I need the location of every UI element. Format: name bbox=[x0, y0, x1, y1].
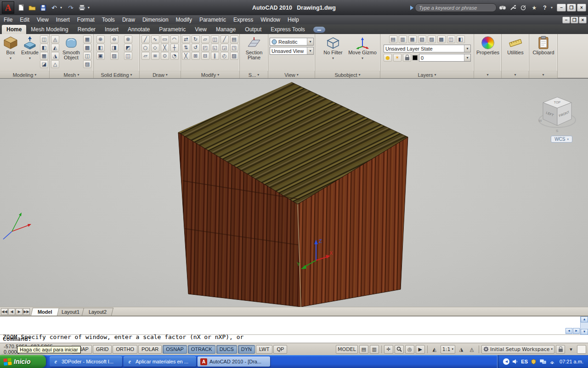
layer-tool-icon[interactable]: ◧ bbox=[457, 35, 465, 43]
task-autocad[interactable]: A AutoCAD 2010 - [Dra... bbox=[198, 356, 270, 367]
visual-style-dropdown[interactable]: Realistic bbox=[270, 38, 314, 46]
draw-tool-icon[interactable]: ▭ bbox=[161, 35, 169, 43]
command-history[interactable]: ZOOM Specify corner of window, enter a s… bbox=[0, 316, 588, 335]
undo-dropdown-arrow[interactable]: ▾ bbox=[60, 6, 65, 10]
mesh-tool-icon[interactable]: ◫ bbox=[83, 52, 91, 60]
modify-tool-icon[interactable]: ↻ bbox=[192, 35, 200, 43]
mesh-panel-footer[interactable]: Mesh bbox=[50, 71, 93, 78]
modify-tool-icon[interactable]: ▤ bbox=[230, 35, 238, 43]
solid-editing-panel-footer[interactable]: Solid Editing bbox=[94, 71, 139, 78]
layer-state-dropdown[interactable]: Unsaved Layer State bbox=[384, 45, 471, 52]
draw-tool-icon[interactable]: ○ bbox=[141, 44, 150, 52]
layer-tool-icon[interactable]: ▥ bbox=[399, 35, 407, 43]
layer-tool-icon[interactable]: ▩ bbox=[437, 35, 446, 43]
menu-item[interactable]: Dimension bbox=[139, 17, 172, 23]
ribbon-tab-home[interactable]: Home bbox=[2, 25, 26, 34]
help-dropdown-arrow[interactable]: ▾ bbox=[551, 6, 553, 10]
draw-tool-icon[interactable]: ∿ bbox=[151, 35, 159, 43]
communication-center-button[interactable] bbox=[519, 3, 528, 12]
command-scrollbar[interactable]: ▲ ▼ bbox=[580, 316, 588, 335]
autocad-menu-browser-button[interactable]: A bbox=[2, 1, 14, 14]
solid-editing-tool-icon[interactable]: ⊖ bbox=[110, 35, 119, 43]
keyword-search-input[interactable] bbox=[415, 3, 497, 12]
minimize-button[interactable]: – bbox=[557, 4, 566, 12]
layer-color-swatch[interactable] bbox=[413, 55, 418, 60]
layer-tool-icon[interactable]: ▨ bbox=[428, 35, 436, 43]
subobject-filter-button[interactable]: No Filter bbox=[319, 35, 347, 61]
modify-tool-icon[interactable]: ◰ bbox=[201, 44, 209, 52]
layer-lock-icon[interactable] bbox=[403, 54, 411, 62]
draw-tool-icon[interactable]: ⊙ bbox=[161, 52, 169, 60]
draw-tool-icon[interactable]: ┼ bbox=[170, 44, 179, 52]
pan-icon[interactable]: ✛ bbox=[384, 345, 393, 354]
task-3dpoder[interactable]: e 3DPoder - Microsoft I... bbox=[50, 356, 122, 367]
search-binoculars-button[interactable] bbox=[498, 3, 507, 12]
subobject-panel-footer[interactable]: Subobject bbox=[315, 71, 380, 78]
doc-restore-button[interactable]: ❒ bbox=[571, 17, 578, 23]
task-aplicar-materiales[interactable]: e Aplicar materiales en ... bbox=[124, 356, 196, 367]
menu-item[interactable]: Format bbox=[74, 17, 98, 23]
network-icon[interactable] bbox=[539, 358, 546, 365]
modify-tool-icon[interactable]: ↺ bbox=[192, 44, 200, 52]
ribbon-tab-annotate[interactable]: Annotate bbox=[123, 25, 154, 34]
search-go-icon[interactable] bbox=[410, 6, 413, 10]
mesh-tool-icon[interactable]: ◭ bbox=[51, 44, 59, 52]
status-menu-chevron-icon[interactable]: ▾ bbox=[566, 345, 576, 354]
menu-item[interactable]: View bbox=[33, 17, 52, 23]
mesh-tool-icon[interactable]: ▩ bbox=[83, 44, 91, 52]
prev-tab-button[interactable]: ◀ bbox=[8, 308, 15, 315]
plot-button[interactable] bbox=[77, 3, 87, 13]
properties-panel-footer[interactable] bbox=[474, 71, 501, 78]
wireless-signal-icon[interactable] bbox=[548, 358, 555, 365]
modeling-tool-icon[interactable]: ◧ bbox=[40, 44, 48, 52]
move-gizmo-button[interactable]: Move Gizmo bbox=[348, 35, 377, 61]
workspace-switching-button[interactable]: Initial Setup Workspace bbox=[481, 345, 554, 354]
showmotion-icon[interactable]: ▶ bbox=[416, 345, 425, 354]
layers-panel-footer[interactable]: Layers bbox=[380, 71, 474, 78]
modify-tool-icon[interactable]: ∥ bbox=[211, 52, 219, 60]
quick-view-layouts-icon[interactable]: ▤ bbox=[359, 345, 368, 354]
menu-item[interactable]: Draw bbox=[119, 17, 139, 23]
command-line-window[interactable]: ZOOM Specify corner of window, enter a s… bbox=[0, 316, 588, 343]
wcs-dropdown[interactable]: WCS bbox=[551, 136, 572, 143]
solid-editing-tool-icon[interactable]: ▣ bbox=[96, 52, 105, 60]
next-tab-button[interactable]: ▶ bbox=[16, 308, 23, 315]
modeling-panel-footer[interactable]: Modeling bbox=[0, 71, 49, 78]
help-button[interactable]: ? bbox=[540, 3, 549, 12]
solid-editing-tool-icon[interactable]: ▨ bbox=[110, 52, 119, 60]
ribbon-tab-render[interactable]: Render bbox=[73, 25, 100, 34]
model-space-button[interactable]: MODEL bbox=[336, 345, 358, 354]
layer-tool-icon[interactable]: ▧ bbox=[418, 35, 426, 43]
scroll-up-icon[interactable]: ▲ bbox=[581, 316, 588, 322]
modeling-tool-icon[interactable]: ◪ bbox=[40, 60, 48, 68]
restore-button[interactable]: ❒ bbox=[567, 4, 576, 12]
menu-item[interactable]: Insert bbox=[52, 17, 74, 23]
draw-tool-icon[interactable]: ◔ bbox=[170, 52, 179, 60]
modify-tool-icon[interactable]: ◫ bbox=[211, 35, 219, 43]
volume-icon[interactable] bbox=[512, 358, 519, 365]
redo-button[interactable]: ↷ bbox=[66, 3, 76, 13]
model-space-canvas[interactable]: Z Y X bbox=[0, 79, 588, 307]
layer-tool-icon[interactable]: ▦ bbox=[408, 35, 417, 43]
new-drawing-button[interactable] bbox=[16, 3, 26, 13]
ribbon-tab-output[interactable]: Output bbox=[240, 25, 266, 34]
command-hscroll[interactable]: ◀ ▶ bbox=[565, 328, 580, 334]
scroll-down-icon[interactable]: ▼ bbox=[581, 329, 588, 335]
draw-tool-icon[interactable]: ◇ bbox=[151, 44, 159, 52]
smooth-object-button[interactable]: Smooth Object bbox=[60, 35, 82, 61]
quick-view-drawings-icon[interactable]: ▥ bbox=[370, 345, 379, 354]
modify-tool-icon[interactable]: ◱ bbox=[211, 44, 219, 52]
annotation-scale-button[interactable]: 1:1 bbox=[441, 345, 455, 354]
menu-item[interactable]: File bbox=[0, 17, 16, 23]
modify-tool-icon[interactable]: ◲ bbox=[220, 44, 229, 52]
wood-cube-object[interactable] bbox=[178, 82, 408, 307]
tab-layout2[interactable]: Layout2 bbox=[82, 308, 113, 316]
utilities-button[interactable]: Utilities bbox=[503, 35, 527, 56]
hide-icons-chevron[interactable]: ◀ bbox=[503, 358, 509, 365]
box-button[interactable]: Box bbox=[1, 35, 20, 61]
modeling-tool-icon[interactable]: ◫ bbox=[40, 35, 48, 43]
ribbon-tab-express-tools[interactable]: Express Tools bbox=[266, 25, 309, 34]
menu-item[interactable]: Express bbox=[230, 17, 257, 23]
toggle-dyn[interactable]: DYN bbox=[238, 345, 255, 354]
draw-tool-icon[interactable]: ◠ bbox=[170, 35, 179, 43]
